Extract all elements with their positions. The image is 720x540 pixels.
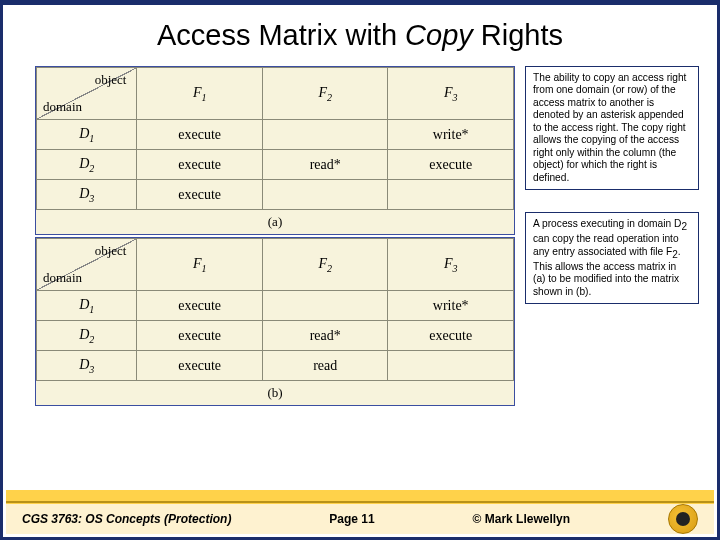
panel-copy-right-desc: The ability to copy an access right from… (525, 66, 699, 190)
cell-a-d1f1: execute (137, 120, 263, 150)
cell-a-d3f3 (388, 180, 514, 210)
title-pre: Access Matrix with (157, 19, 405, 51)
col-F1: F1 (137, 239, 263, 291)
caption-a: (a) (36, 210, 514, 234)
cell-a-d3f1: execute (137, 180, 263, 210)
row-D1: D1 (37, 120, 137, 150)
p2-mid: can copy the read operation into any ent… (533, 233, 679, 256)
side-panels: The ability to copy an access right from… (525, 66, 699, 406)
content-area: object domain F1 F2 F3 D1 execute write*… (21, 66, 699, 406)
domain-label: domain (43, 270, 82, 286)
matrix-tables: object domain F1 F2 F3 D1 execute write*… (21, 66, 515, 406)
cell-b-d1f2 (262, 291, 388, 321)
matrix-a-header-corner: object domain (37, 68, 137, 120)
row-D2: D2 (37, 150, 137, 180)
row-D2: D2 (37, 321, 137, 351)
domain-label: domain (43, 99, 82, 115)
cell-a-d2f3: execute (388, 150, 514, 180)
panel-example-desc: A process executing in domain D2 can cop… (525, 212, 699, 304)
col-F3: F3 (388, 239, 514, 291)
matrix-b: object domain F1 F2 F3 D1 execute write*… (35, 237, 515, 406)
caption-b: (b) (36, 381, 514, 405)
cell-a-d2f1: execute (137, 150, 263, 180)
row-D1: D1 (37, 291, 137, 321)
matrix-a: object domain F1 F2 F3 D1 execute write*… (35, 66, 515, 235)
cell-a-d1f3: write* (388, 120, 514, 150)
title-post: Rights (473, 19, 563, 51)
cell-b-d3f2: read (262, 351, 388, 381)
cell-a-d1f2 (262, 120, 388, 150)
col-F3: F3 (388, 68, 514, 120)
object-label: object (95, 72, 127, 88)
footer-page: Page 11 (329, 512, 374, 526)
footer-author: © Mark Llewellyn (473, 512, 571, 526)
cell-a-d2f2: read* (262, 150, 388, 180)
matrix-b-header-corner: object domain (37, 239, 137, 291)
cell-b-d1f3: write* (388, 291, 514, 321)
cell-b-d1f1: execute (137, 291, 263, 321)
row-D3: D3 (37, 180, 137, 210)
title-emph: Copy (405, 19, 473, 51)
cell-b-d3f1: execute (137, 351, 263, 381)
footer-course: CGS 3763: OS Concepts (Protection) (22, 512, 231, 526)
p2-pre: A process executing in domain D (533, 218, 681, 229)
cell-b-d2f3: execute (388, 321, 514, 351)
cell-b-d2f1: execute (137, 321, 263, 351)
footer: CGS 3763: OS Concepts (Protection) Page … (6, 490, 714, 534)
col-F2: F2 (262, 239, 388, 291)
col-F2: F2 (262, 68, 388, 120)
page-title: Access Matrix with Copy Rights (21, 19, 699, 52)
cell-a-d3f2 (262, 180, 388, 210)
cell-b-d3f3 (388, 351, 514, 381)
ucf-logo-icon (668, 504, 698, 534)
object-label: object (95, 243, 127, 259)
cell-b-d2f2: read* (262, 321, 388, 351)
col-F1: F1 (137, 68, 263, 120)
row-D3: D3 (37, 351, 137, 381)
